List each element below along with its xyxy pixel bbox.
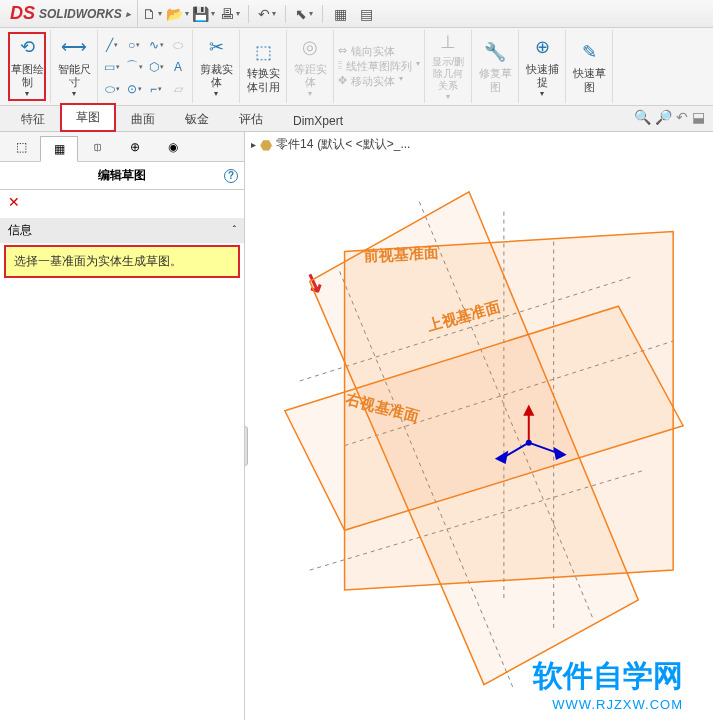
category-tabs: 特征 草图 曲面 钣金 评估 DimXpert 🔍 🔎 ↶ ⬓ [0, 106, 713, 132]
offset-icon: ◎ [302, 35, 318, 61]
3d-viewport[interactable]: ▸ ⬣ 零件14 (默认< <默认>_... ↘ 上视基准面 右视基准面 [245, 132, 713, 720]
feature-tree-tab[interactable]: ⬚ [2, 134, 40, 160]
smart-dimension-button[interactable]: ⟷ 智能尺寸 ▾ [55, 32, 93, 101]
zoom-fit-icon[interactable]: 🔍 [634, 109, 651, 125]
sketch-button[interactable]: ⟲ 草图绘制 ▾ [8, 32, 46, 101]
panel-title-bar: 编辑草图 ? [0, 162, 244, 190]
svg-point-16 [526, 440, 532, 446]
help-icon[interactable]: ? [224, 169, 238, 183]
tab-features[interactable]: 特征 [6, 106, 60, 132]
move-icon: ✥ [338, 74, 347, 89]
quick-snap-button[interactable]: ⊕ 快速捕捉 ▾ [523, 32, 561, 101]
options-button[interactable]: ▤ [355, 2, 379, 26]
pattern-icon: ⦙⦙ [338, 59, 342, 74]
convert-entities-button[interactable]: ⬚ 转换实体引用 [244, 32, 282, 101]
ellipse-button[interactable]: ⬭ [168, 35, 188, 55]
tab-sketch[interactable]: 草图 [60, 103, 116, 132]
tab-dimxpert[interactable]: DimXpert [278, 109, 358, 132]
point-button[interactable]: ⊙ [124, 79, 144, 99]
dimxpert-mgr-tab[interactable]: ⊕ [116, 134, 154, 160]
arc-button[interactable]: ⌒ [124, 57, 144, 77]
chevron-up-icon: ˆ [233, 225, 236, 236]
tab-evaluate[interactable]: 评估 [224, 106, 278, 132]
config-icon: ⎅ [94, 140, 101, 154]
convert-icon: ⬚ [255, 39, 272, 65]
rect-button[interactable]: ▭ [102, 57, 122, 77]
slot-button[interactable]: ⬭ [102, 79, 122, 99]
property-mgr-tab[interactable]: ▦ [40, 136, 78, 162]
line-button[interactable]: ╱ [102, 35, 122, 55]
target-icon: ⊕ [130, 140, 140, 154]
spline-button[interactable]: ∿ [146, 35, 166, 55]
polygon-button[interactable]: ⬡ [146, 57, 166, 77]
display-icon: ◉ [168, 140, 178, 154]
snap-icon: ⊕ [535, 35, 550, 61]
display-mgr-tab[interactable]: ◉ [154, 134, 192, 160]
title-bar: DS SOLIDWORKS ▸ 🗋 📂 💾 🖶 ↶ ⬉ ▦ ▤ [0, 0, 713, 28]
ribbon-toolbar: ⟲ 草图绘制 ▾ ⟷ 智能尺寸 ▾ ╱ ○ ∿ ⬭ ▭ ⌒ ⬡ A ⬭ ⊙ ⌐ … [0, 28, 713, 106]
reference-planes: 上视基准面 右视基准面 前视基准面 [245, 132, 713, 719]
fillet-button[interactable]: ⌐ [146, 79, 166, 99]
tab-sheetmetal[interactable]: 钣金 [170, 106, 224, 132]
tab-surface[interactable]: 曲面 [116, 106, 170, 132]
trim-icon: ✂ [209, 35, 224, 61]
open-file-button[interactable]: 📂 [166, 2, 190, 26]
save-button[interactable]: 💾 [192, 2, 216, 26]
repair-sketch-button: 🔧 修复草图 [476, 32, 514, 101]
trim-button[interactable]: ✂ 剪裁实体 ▾ [197, 32, 235, 101]
mirror-icon: ⇔ [338, 44, 347, 59]
app-name: SOLIDWORKS [39, 7, 122, 21]
relations-icon: ⊥ [440, 32, 456, 54]
prev-view-icon[interactable]: ↶ [676, 109, 688, 125]
info-message-box: 选择一基准面为实体生成草图。 [4, 245, 240, 278]
feature-manager-panel: ⬚ ▦ ⎅ ⊕ ◉ 编辑草图 ? ✕ 信息 ˆ 选择一基准面为实体生成草图。 [0, 132, 245, 720]
sketch-icon: ⟲ [20, 35, 35, 61]
circle-button[interactable]: ○ [124, 35, 144, 55]
info-header[interactable]: 信息 ˆ [0, 218, 244, 243]
rapid-sketch-button[interactable]: ✎ 快速草图 [570, 32, 608, 101]
select-button[interactable]: ⬉ [292, 2, 316, 26]
repair-icon: 🔧 [484, 39, 506, 65]
dimension-icon: ⟷ [61, 35, 87, 61]
plane-button[interactable]: ▱ [168, 79, 188, 99]
display-relations-button: ⊥ 显示/删除几何关系 ▾ [429, 32, 467, 102]
offset-button: ◎ 等距实体 ▾ [291, 32, 329, 101]
rebuild-button[interactable]: ▦ [329, 2, 353, 26]
rapid-icon: ✎ [582, 39, 597, 65]
cube-icon: ⬚ [16, 140, 27, 154]
app-logo: DS SOLIDWORKS ▸ [4, 0, 138, 27]
section-view-icon[interactable]: ⬓ [692, 109, 705, 125]
undo-button[interactable]: ↶ [255, 2, 279, 26]
new-file-button[interactable]: 🗋 [140, 2, 164, 26]
watermark: 软件自学网 WWW.RJZXW.COM [533, 656, 683, 712]
print-button[interactable]: 🖶 [218, 2, 242, 26]
text-button[interactable]: A [168, 57, 188, 77]
ds-logo-icon: DS [10, 3, 35, 24]
cancel-button[interactable]: ✕ [0, 190, 244, 214]
property-icon: ▦ [54, 142, 65, 156]
zoom-area-icon[interactable]: 🔎 [655, 109, 672, 125]
svg-marker-9 [345, 232, 674, 590]
config-mgr-tab[interactable]: ⎅ [78, 134, 116, 160]
